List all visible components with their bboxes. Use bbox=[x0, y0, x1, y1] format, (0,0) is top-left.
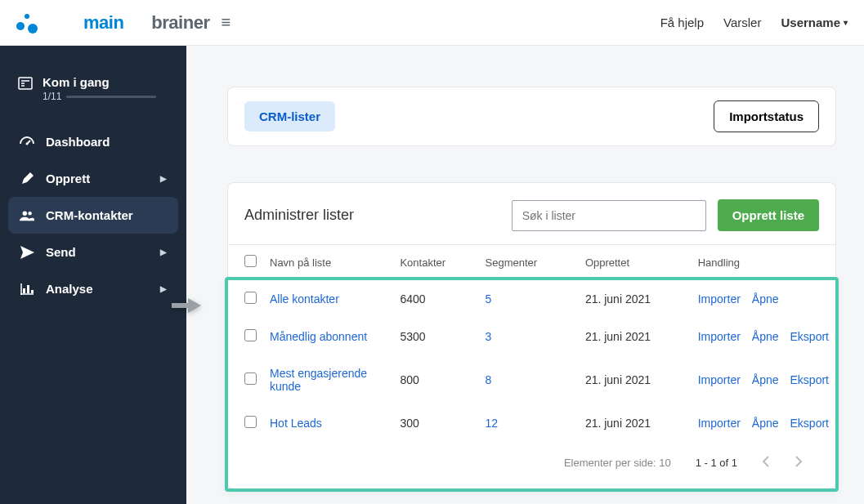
get-started-progress[interactable]: Kom i gang 1/11 bbox=[8, 67, 178, 110]
export-link[interactable]: Eksport bbox=[790, 417, 829, 430]
open-link[interactable]: Åpne bbox=[752, 292, 779, 306]
row-checkbox[interactable] bbox=[244, 329, 257, 341]
progress-counter: 1/11 bbox=[43, 91, 61, 102]
row-checkbox[interactable] bbox=[244, 292, 257, 304]
import-link[interactable]: Importer bbox=[698, 330, 741, 343]
list-name-link[interactable]: Mest engasjerende kunde bbox=[270, 367, 367, 393]
svg-rect-10 bbox=[23, 288, 25, 293]
progress-bar bbox=[66, 96, 156, 98]
import-status-button[interactable]: Importstatus bbox=[714, 100, 819, 132]
table-row: Mest engasjerende kunde800821. juni 2021… bbox=[228, 355, 835, 404]
sidebar-item-label: Analyse bbox=[46, 282, 93, 296]
open-link[interactable]: Åpne bbox=[752, 373, 779, 386]
pager: Elementer per side: 10 1 - 1 of 1 bbox=[228, 442, 835, 488]
list-name-link[interactable]: Alle kontakter bbox=[270, 292, 339, 306]
sidebar-item-opprett[interactable]: Opprett▶ bbox=[8, 160, 178, 197]
col-actions: Handling bbox=[692, 245, 835, 280]
chevron-right-icon: ▶ bbox=[160, 174, 167, 183]
chevron-right-icon: ▶ bbox=[160, 284, 167, 293]
logo-text: mainbrainer bbox=[43, 12, 209, 33]
search-input[interactable] bbox=[512, 200, 706, 231]
contacts-cell: 6400 bbox=[393, 280, 478, 319]
segments-link[interactable]: 3 bbox=[486, 330, 492, 343]
svg-rect-12 bbox=[31, 290, 34, 293]
svg-rect-0 bbox=[19, 78, 32, 89]
import-link[interactable]: Importer bbox=[698, 292, 741, 306]
tabs-card: CRM-lister Importstatus bbox=[227, 87, 836, 146]
row-checkbox[interactable] bbox=[244, 372, 257, 385]
col-segments: Segmenter bbox=[479, 245, 579, 280]
contacts-cell: 800 bbox=[393, 355, 478, 404]
logo[interactable]: mainbrainer bbox=[16, 12, 209, 33]
open-link[interactable]: Åpne bbox=[752, 330, 779, 343]
per-page-label: Elementer per side: 10 bbox=[564, 457, 671, 469]
table-row: Alle kontakter6400521. juni 2021Importer… bbox=[228, 280, 835, 319]
svg-rect-11 bbox=[27, 285, 29, 293]
next-page-button[interactable] bbox=[795, 455, 803, 471]
svg-point-6 bbox=[23, 211, 27, 215]
hamburger-icon[interactable]: ≡ bbox=[221, 13, 231, 32]
list-name-link[interactable]: Hot Leads bbox=[270, 417, 322, 430]
dashboard-icon bbox=[20, 136, 34, 149]
pencil-icon bbox=[20, 172, 34, 185]
col-contacts: Kontakter bbox=[393, 245, 478, 280]
table-row: Månedlig abonnent5300321. juni 2021Impor… bbox=[228, 318, 835, 355]
progress-title: Kom i gang bbox=[43, 75, 156, 89]
select-all-checkbox[interactable] bbox=[244, 255, 257, 267]
send-icon bbox=[20, 246, 34, 259]
sidebar-item-label: Opprett bbox=[46, 172, 90, 185]
caret-down-icon: ▾ bbox=[844, 18, 848, 27]
newspaper-icon bbox=[18, 77, 33, 102]
created-cell: 21. juni 2021 bbox=[579, 404, 692, 442]
sidebar-item-crm-kontakter[interactable]: CRM-kontakter bbox=[8, 197, 178, 234]
create-list-button[interactable]: Opprett liste bbox=[718, 199, 819, 231]
sidebar-item-label: Dashboard bbox=[46, 135, 110, 149]
export-link[interactable]: Eksport bbox=[790, 330, 829, 343]
segments-link[interactable]: 8 bbox=[486, 373, 492, 386]
segments-link[interactable]: 5 bbox=[486, 292, 492, 306]
segments-link[interactable]: 12 bbox=[486, 417, 499, 430]
created-cell: 21. juni 2021 bbox=[579, 355, 692, 404]
page-range: 1 - 1 of 1 bbox=[696, 457, 737, 469]
tab-crm-lists[interactable]: CRM-lister bbox=[244, 101, 335, 132]
chart-icon bbox=[20, 283, 34, 295]
col-name: Navn på liste bbox=[263, 245, 393, 280]
sidebar: Kom i gang 1/11 DashboardOpprett▶CRM-kon… bbox=[0, 46, 186, 504]
list-name-link[interactable]: Månedlig abonnent bbox=[270, 330, 367, 343]
created-cell: 21. juni 2021 bbox=[579, 280, 692, 319]
username-dropdown[interactable]: Username ▾ bbox=[781, 16, 848, 29]
col-created: Opprettet bbox=[579, 245, 692, 280]
svg-point-7 bbox=[28, 212, 32, 216]
topbar-right: Få hjelp Varsler Username ▾ bbox=[660, 16, 848, 29]
table-row: Hot Leads3001221. juni 2021ImporterÅpneE… bbox=[228, 404, 835, 442]
help-link[interactable]: Få hjelp bbox=[660, 16, 704, 29]
svg-line-5 bbox=[27, 140, 30, 144]
lists-title: Administrer lister bbox=[244, 207, 354, 224]
sidebar-item-label: CRM-kontakter bbox=[46, 208, 133, 222]
sidebar-item-dashboard[interactable]: Dashboard bbox=[8, 123, 178, 160]
main-content: CRM-lister Importstatus Administrer list… bbox=[186, 46, 864, 504]
alerts-link[interactable]: Varsler bbox=[723, 16, 761, 29]
export-link[interactable]: Eksport bbox=[790, 373, 829, 386]
topbar: mainbrainer ≡ Få hjelp Varsler Username … bbox=[0, 0, 864, 46]
sidebar-item-analyse[interactable]: Analyse▶ bbox=[8, 270, 178, 307]
username-label: Username bbox=[781, 16, 840, 29]
import-link[interactable]: Importer bbox=[698, 417, 741, 430]
contacts-cell: 300 bbox=[393, 404, 478, 442]
created-cell: 21. juni 2021 bbox=[579, 318, 692, 355]
logo-dots-icon bbox=[16, 12, 38, 33]
sidebar-item-send[interactable]: Send▶ bbox=[8, 234, 178, 270]
lists-table: Navn på liste Kontakter Segmenter Oppret… bbox=[228, 244, 835, 442]
chevron-right-icon: ▶ bbox=[160, 248, 167, 256]
open-link[interactable]: Åpne bbox=[752, 417, 779, 430]
users-icon bbox=[20, 210, 34, 221]
contacts-cell: 5300 bbox=[393, 318, 478, 355]
row-checkbox[interactable] bbox=[244, 416, 257, 428]
import-link[interactable]: Importer bbox=[698, 373, 741, 386]
sidebar-item-label: Send bbox=[46, 245, 76, 259]
prev-page-button[interactable] bbox=[762, 455, 770, 471]
topbar-left: mainbrainer ≡ bbox=[16, 12, 231, 33]
lists-card: Administrer lister Opprett liste Navn på… bbox=[227, 182, 836, 489]
